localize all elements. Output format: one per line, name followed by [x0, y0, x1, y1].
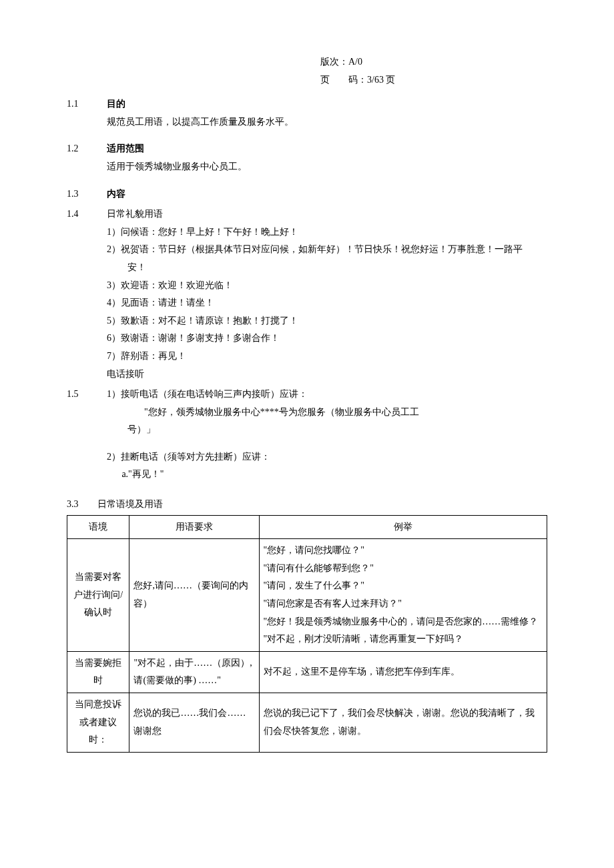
section-number: 1.3: [67, 185, 107, 203]
cell-requirement: "对不起，由于……（原因）,请(需要做的事) ……": [129, 651, 259, 693]
table-row: 当同意投诉或者建议时： 您说的我已……我们会……谢谢您 您说的我已记下了，我们会…: [67, 693, 547, 753]
quote-line-continuation: 号）」: [107, 421, 547, 439]
section-1-4: 1.4 日常礼貌用语 1）问候语：您好！早上好！下午好！晚上好！ 2）祝贺语：节…: [67, 205, 547, 383]
section-body: 规范员工用语，以提高工作质量及服务水平。: [107, 113, 547, 131]
cell-context: 当需要婉拒时: [67, 651, 129, 693]
context-phrase-table: 语境 用语要求 例举 当需要对客户进行询问/确认时 您好,请问……（要询问的内容…: [67, 515, 547, 753]
col-requirement: 用语要求: [129, 515, 259, 539]
cell-requirement: 您说的我已……我们会……谢谢您: [129, 693, 259, 753]
version-label: 版次：: [320, 57, 348, 67]
section-body: 适用于领秀城物业服务中心员工。: [107, 158, 547, 176]
section-title: 日常礼貌用语: [107, 205, 547, 224]
col-context: 语境: [67, 515, 129, 539]
table-header-row: 语境 用语要求 例举: [67, 515, 547, 539]
list-item: 1）接听电话（须在电话铃响三声内接听）应讲：: [107, 386, 547, 404]
list-item: 2）祝贺语：节日好（根据具体节日对应问候，如新年好）！节日快乐！祝您好运！万事胜…: [107, 241, 547, 259]
section-number: 1.2: [67, 140, 107, 158]
example-line: "对不起，刚才没听清晰，请您再重复一下好吗？: [264, 630, 543, 648]
cell-context: 当同意投诉或者建议时：: [67, 693, 129, 753]
section-number: 1.5: [67, 386, 107, 404]
list-item-continuation: 安！: [107, 259, 547, 277]
section-number: 1.1: [67, 95, 107, 113]
section-number: 3.3: [67, 496, 95, 514]
list-item: 5）致歉语：对不起！请原谅！抱歉！打搅了！: [107, 312, 547, 330]
section-number: 1.4: [67, 205, 107, 224]
section-title: 目的: [107, 95, 547, 113]
quote-line: "您好，领秀城物业服务中心****号为您服务（物业服务中心员工工: [107, 404, 547, 422]
header-meta: 版次：A/0 页 码：3/63 页: [320, 53, 547, 89]
example-line: "请问有什么能够帮到您？": [264, 560, 543, 578]
subheading-telephone: 电话接听: [107, 366, 547, 384]
example-line: "请问，发生了什么事？": [264, 577, 543, 595]
cell-example: 您说的我已记下了，我们会尽快解决，谢谢。您说的我清晰了，我们会尽快答复您，谢谢。: [259, 693, 547, 753]
cell-example: "您好，请问您找哪位？" "请问有什么能够帮到您？" "请问，发生了什么事？" …: [259, 539, 547, 652]
list-subitem: a."再见！": [107, 466, 547, 484]
list-item: 3）欢迎语：欢迎！欢迎光临！: [107, 277, 547, 295]
table-row: 当需要婉拒时 "对不起，由于……（原因）,请(需要做的事) ……" 对不起，这里…: [67, 651, 547, 693]
version-value: A/0: [348, 57, 362, 67]
example-line: "您好，请问您找哪位？": [264, 542, 543, 560]
section-1-3: 1.3 内容: [67, 185, 547, 203]
cell-example: 对不起，这里不是停车场，请您把车停到车库。: [259, 651, 547, 693]
section-title: 日常语境及用语: [97, 499, 163, 509]
example-line: "您好！我是领秀城物业服务中心的，请问是否您家的……需维修？: [264, 613, 543, 631]
section-title: 内容: [107, 185, 547, 203]
list-item: 2）挂断电话（须等对方先挂断）应讲：: [107, 448, 547, 466]
page-label: 页 码：: [320, 75, 367, 85]
section-1-2: 1.2 适用范围 适用于领秀城物业服务中心员工。: [67, 140, 547, 175]
example-line: "请问您家是否有客人过来拜访？": [264, 595, 543, 613]
page-value: 3/63 页: [367, 75, 395, 85]
list-item: 1）问候语：您好！早上好！下午好！晚上好！: [107, 224, 547, 242]
table-row: 当需要对客户进行询问/确认时 您好,请问……（要询问的内容） "您好，请问您找哪…: [67, 539, 547, 652]
section-3-3: 3.3 日常语境及用语 语境 用语要求 例举 当需要对客户进行询问/确认时 您好…: [67, 496, 547, 753]
col-example: 例举: [259, 515, 547, 539]
list-item: 4）见面语：请进！请坐！: [107, 294, 547, 312]
cell-context: 当需要对客户进行询问/确认时: [67, 539, 129, 652]
cell-requirement: 您好,请问……（要询问的内容）: [129, 539, 259, 652]
section-1-5: 1.5 1）接听电话（须在电话铃响三声内接听）应讲： "您好，领秀城物业服务中心…: [67, 386, 547, 484]
list-item: 7）辞别语：再见！: [107, 348, 547, 366]
section-title: 适用范围: [107, 140, 547, 158]
list-item: 6）致谢语：谢谢！多谢支持！多谢合作！: [107, 330, 547, 348]
section-1-1: 1.1 目的 规范员工用语，以提高工作质量及服务水平。: [67, 95, 547, 131]
